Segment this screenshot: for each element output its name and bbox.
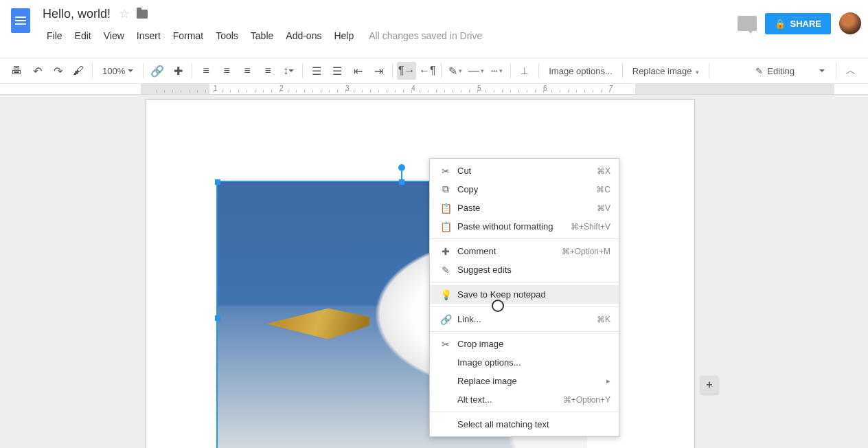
context-menu-shortcut: ⌘K (597, 315, 610, 324)
crop-button[interactable]: ⟂ (515, 62, 534, 80)
context-menu-shortcut: ⌘C (596, 185, 610, 194)
add-comment-popup[interactable]: + (700, 376, 718, 394)
editing-mode-button[interactable]: ✎ Editing (749, 66, 832, 76)
context-menu-label: Cut (453, 166, 597, 176)
suggest-icon: ✎ (438, 265, 453, 276)
context-menu-save-to-keep-notepad[interactable]: 💡Save to Keep notepad (430, 285, 619, 304)
increase-indent-button[interactable]: ⇥ (369, 62, 388, 80)
context-menu-suggest-edits[interactable]: ✎Suggest edits (430, 260, 619, 279)
insert-link-button[interactable]: 🔗 (148, 62, 167, 80)
link-icon: 🔗 (438, 314, 453, 325)
context-menu-label: Image options... (453, 357, 610, 368)
context-menu-separator (430, 331, 619, 332)
resize-handle-tc[interactable] (399, 179, 404, 185)
menu-file[interactable]: File (41, 27, 68, 44)
menu-insert[interactable]: Insert (131, 27, 166, 44)
lock-icon: 🔒 (775, 19, 786, 29)
redo-button[interactable]: ↷ (48, 62, 67, 80)
text-ltr-button[interactable]: ¶→ (397, 62, 416, 80)
horizontal-ruler[interactable]: 1234567 (0, 84, 868, 95)
text-rtl-button[interactable]: ←¶ (418, 62, 437, 80)
comment-icon: ✚ (438, 246, 453, 257)
menu-tools[interactable]: Tools (210, 27, 244, 44)
add-comment-button[interactable]: ✚ (168, 62, 187, 80)
zoom-control[interactable]: 100% (97, 66, 139, 76)
context-menu-label: Alt text... (453, 394, 563, 405)
star-icon[interactable]: ☆ (119, 6, 130, 21)
context-menu-alt-text[interactable]: Alt text...⌘+Option+Y (430, 390, 619, 409)
context-menu-label: Paste (453, 203, 597, 213)
context-menu-separator (430, 306, 619, 307)
context-menu-paste-without-formatting[interactable]: 📋Paste without formatting⌘+Shift+V (430, 217, 619, 236)
context-menu-cut[interactable]: ✂Cut⌘X (430, 161, 619, 180)
context-menu-label: Paste without formatting (453, 221, 571, 232)
plus-icon: + (706, 379, 712, 391)
context-menu-label: Suggest edits (453, 265, 610, 275)
undo-button[interactable]: ↶ (27, 62, 47, 80)
share-button[interactable]: 🔒 SHARE (765, 13, 831, 34)
docs-logo[interactable] (7, 4, 34, 38)
context-menu-copy[interactable]: ⧉Copy⌘C (430, 180, 619, 199)
border-color-button[interactable]: ✎▾ (446, 62, 465, 80)
rotate-handle[interactable] (398, 164, 405, 171)
context-menu-comment[interactable]: ✚Comment⌘+Option+M (430, 242, 619, 260)
menu-edit[interactable]: Edit (69, 27, 97, 44)
resize-handle-ml[interactable] (215, 315, 220, 321)
menu-format[interactable]: Format (168, 27, 209, 44)
align-justify-button[interactable]: ≡ (258, 62, 277, 80)
doc-title[interactable]: Hello, world! (41, 5, 112, 23)
context-menu-separator (430, 238, 619, 239)
paste-icon: 📋 (438, 203, 453, 214)
copy-icon: ⧉ (438, 183, 453, 195)
align-left-button[interactable]: ≡ (196, 62, 216, 80)
numbered-list-button[interactable]: ☰ (307, 62, 326, 80)
share-label: SHARE (790, 19, 821, 29)
paste-plain-icon: 📋 (438, 221, 453, 232)
keep-icon: 💡 (438, 289, 453, 300)
avatar[interactable] (839, 12, 861, 34)
decrease-indent-button[interactable]: ⇤ (348, 62, 367, 80)
context-menu-label: Link... (453, 314, 597, 324)
context-menu-select-all-matching-text[interactable]: Select all matching text (430, 415, 619, 434)
paint-format-button[interactable]: 🖌 (69, 62, 88, 80)
context-menu-link[interactable]: 🔗Link...⌘K (430, 310, 619, 328)
context-menu-replace-image[interactable]: Replace image▸ (430, 372, 619, 390)
bulleted-list-button[interactable]: ☰ (328, 62, 347, 80)
border-dash-button[interactable]: ┄▾ (487, 62, 506, 80)
context-menu-shortcut: ⌘+Option+Y (563, 395, 610, 405)
context-menu-crop-image[interactable]: ✂Crop image (430, 335, 619, 353)
context-menu-label: Save to Keep notepad (453, 289, 610, 300)
context-menu: ✂Cut⌘X⧉Copy⌘C📋Paste⌘V📋Paste without form… (429, 158, 619, 437)
context-menu-label: Select all matching text (453, 419, 610, 429)
context-menu-separator (430, 412, 619, 412)
pencil-icon: ✎ (755, 66, 763, 76)
submenu-arrow-icon: ▸ (606, 377, 610, 385)
context-menu-shortcut: ⌘X (597, 166, 610, 176)
context-menu-shortcut: ⌘V (597, 203, 610, 213)
border-weight-button[interactable]: —▾ (466, 62, 486, 80)
comments-button[interactable] (738, 16, 757, 31)
resize-handle-tl[interactable] (215, 179, 220, 185)
line-spacing-button[interactable]: ↕ (279, 62, 298, 80)
context-menu-image-options[interactable]: Image options... (430, 353, 619, 372)
save-status: All changes saved in Drive (369, 30, 482, 41)
align-center-button[interactable]: ≡ (217, 62, 236, 80)
menu-view[interactable]: View (98, 27, 130, 44)
folder-icon[interactable] (137, 10, 148, 19)
image-options-button[interactable]: Image options... (543, 66, 618, 76)
crop-icon: ✂ (438, 339, 453, 350)
context-menu-shortcut: ⌘+Option+M (562, 247, 610, 256)
context-menu-paste[interactable]: 📋Paste⌘V (430, 199, 619, 217)
align-right-button[interactable]: ≡ (238, 62, 257, 80)
cut-icon: ✂ (438, 166, 453, 177)
context-menu-label: Comment (453, 246, 562, 256)
replace-image-button[interactable]: Replace image ▾ (627, 66, 705, 76)
collapse-toolbar-button[interactable]: ︿ (841, 62, 861, 80)
print-button[interactable]: 🖶 (7, 62, 26, 80)
context-menu-separator (430, 282, 619, 282)
menu-table[interactable]: Table (245, 27, 279, 44)
menu-help[interactable]: Help (328, 27, 359, 44)
menu-add-ons[interactable]: Add-ons (280, 27, 327, 44)
context-menu-label: Copy (453, 184, 596, 194)
context-menu-label: Crop image (453, 339, 610, 349)
